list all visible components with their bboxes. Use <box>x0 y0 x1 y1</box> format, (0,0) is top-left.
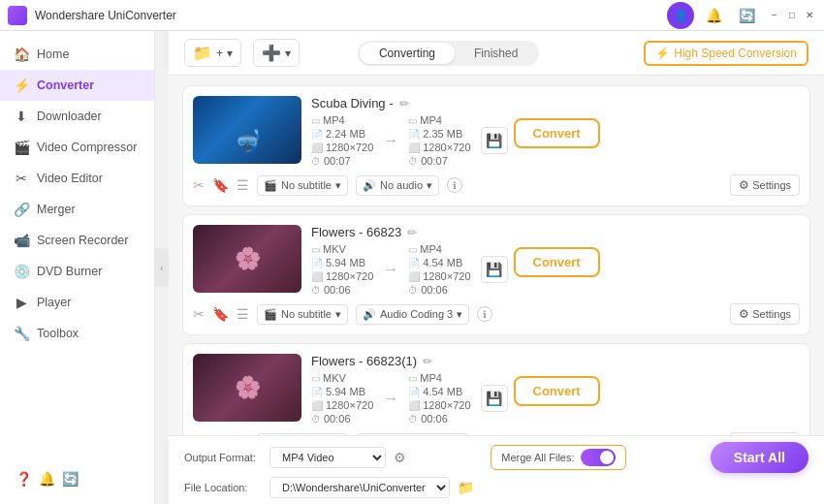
convert-button-2[interactable]: Convert <box>514 247 600 277</box>
edit-icon-3[interactable]: ✏ <box>423 355 432 368</box>
window-controls: − □ ✕ <box>768 9 816 22</box>
app-title: Wondershare UniConverter <box>35 9 667 22</box>
disk-button-1[interactable]: 💾 <box>481 127 508 154</box>
sidebar-label-video-compressor: Video Compressor <box>37 141 137 154</box>
info-icon-2[interactable]: ℹ <box>477 306 492 322</box>
audio-select-1[interactable]: 🔊 No audio ▾ <box>356 175 439 196</box>
tab-converting[interactable]: Converting <box>360 43 455 64</box>
scissors-icon-1[interactable]: ✂ <box>193 177 205 193</box>
subtitle-value-1: No subtitle <box>281 179 332 191</box>
output-format-select[interactable]: MP4 Video <box>269 447 386 468</box>
convert-button-3[interactable]: Convert <box>514 376 600 406</box>
title-bar: Wondershare UniConverter 👤 🔔 🔄 − □ ✕ <box>0 0 824 31</box>
sidebar-item-home[interactable]: 🏠 Home <box>0 39 154 70</box>
top-toolbar: 📁 + ▾ ➕ ▾ Converting Finished ⚡ High Spe… <box>169 31 824 76</box>
gear-icon-1: ⚙ <box>739 178 749 192</box>
merge-toggle[interactable] <box>581 449 616 466</box>
file-title-2: Flowers - 66823 <box>311 225 401 239</box>
input-format-block-2: ▭ MKV 📄 5.94 MB ⬜ 1280×720 <box>311 243 373 296</box>
sidebar-label-merger: Merger <box>37 203 76 216</box>
card-title-row-3: Flowers - 66823(1) ✏ <box>311 354 800 368</box>
scissors-icon-2[interactable]: ✂ <box>193 306 205 322</box>
notification-icon[interactable]: 🔔 <box>37 469 56 488</box>
sidebar-item-video-editor[interactable]: ✂ Video Editor <box>0 163 154 194</box>
sidebar-label-toolbox: Toolbox <box>37 327 79 340</box>
output-format-type-1: ▭ MP4 <box>408 114 470 126</box>
bookmark-icon-2[interactable]: 🔖 <box>212 306 229 322</box>
input-format-block-1: ▭ MP4 📄 2.24 MB ⬜ 1280×720 <box>311 114 373 167</box>
file-location-row: File Location: D:\Wondershare\UniConvert… <box>184 477 808 498</box>
toggle-knob <box>600 451 614 464</box>
add-file-button[interactable]: 📁 + ▾ <box>184 39 241 67</box>
input-size-1: 📄 2.24 MB <box>311 128 373 140</box>
avatar-icon[interactable]: 👤 <box>667 2 694 29</box>
speed-btn-label: High Speed Conversion <box>674 47 797 60</box>
sidebar-item-merger[interactable]: 🔗 Merger <box>0 194 154 225</box>
list-icon-1[interactable]: ☰ <box>237 177 249 193</box>
convert-button-1[interactable]: Convert <box>514 118 600 148</box>
settings-button-1[interactable]: ⚙ Settings <box>730 174 800 196</box>
input-format-type-1: ▭ MP4 <box>311 114 373 126</box>
dvd-burner-icon: 💿 <box>14 264 29 279</box>
refresh-icon[interactable]: 🔄 <box>733 2 760 29</box>
settings-button-2[interactable]: ⚙ Settings <box>730 303 800 325</box>
output-format-block-2: ▭ MP4 📄 4.54 MB ⬜ 1280×720 <box>408 243 470 296</box>
add-item-button[interactable]: ➕ ▾ <box>253 39 300 67</box>
sidebar-label-downloader: Downloader <box>37 110 102 123</box>
file-location-select[interactable]: D:\Wondershare\UniConverter <box>269 477 450 498</box>
card-title-row-1: Scuba Diving - ✏ <box>311 96 800 110</box>
add-icon: ➕ <box>262 44 281 62</box>
format-row-1: ▭ MP4 📄 2.24 MB ⬜ 1280×720 <box>311 114 800 167</box>
bookmark-icon-1[interactable]: 🔖 <box>212 177 229 193</box>
thumbnail-2: 🌸 <box>193 225 301 293</box>
subtitle-select-2[interactable]: 🎬 No subtitle ▾ <box>257 304 348 325</box>
audio-select-2[interactable]: 🔊 Audio Coding 3 ▾ <box>356 304 469 325</box>
add-file-icon: 📁 <box>193 44 212 62</box>
sidebar-item-downloader[interactable]: ⬇ Downloader <box>0 101 154 132</box>
disk-button-3[interactable]: 💾 <box>481 385 508 412</box>
sidebar-label-player: Player <box>37 296 71 309</box>
sidebar-label-converter: Converter <box>37 79 94 92</box>
card-top-2: 🌸 Flowers - 66823 ✏ ▭ MKV <box>193 225 800 296</box>
tab-switch: Converting Finished <box>358 41 539 66</box>
arrow-icon-1: → <box>383 132 398 149</box>
list-icon-2[interactable]: ☰ <box>237 306 249 322</box>
minimize-button[interactable]: − <box>768 9 781 22</box>
info-icon-1[interactable]: ℹ <box>447 177 462 193</box>
app-logo <box>8 6 27 25</box>
help-icon[interactable]: ❓ <box>14 469 33 488</box>
sidebar-bottom: ❓ 🔔 🔄 <box>0 461 154 496</box>
card-meta-2: Flowers - 66823 ✏ ▭ MKV 📄 <box>311 225 800 296</box>
file-title-3: Flowers - 66823(1) <box>311 354 417 368</box>
thumbnail-3: 🌸 <box>193 354 301 422</box>
sidebar-item-dvd-burner[interactable]: 💿 DVD Burner <box>0 256 154 287</box>
merge-label: Merge All Files: <box>501 452 574 463</box>
output-size-1: 📄 2.35 MB <box>408 128 470 140</box>
edit-icon-2[interactable]: ✏ <box>407 226 417 239</box>
screen-recorder-icon: 📹 <box>14 233 29 248</box>
sidebar-collapse-tab[interactable]: ‹ <box>155 248 169 287</box>
sidebar-label-screen-recorder: Screen Recorder <box>37 234 129 247</box>
disk-button-2[interactable]: 💾 <box>481 256 508 283</box>
tab-finished[interactable]: Finished <box>455 43 537 64</box>
sidebar-item-converter[interactable]: ⚡ Converter <box>0 70 154 101</box>
start-all-button[interactable]: Start All <box>711 442 808 473</box>
sidebar-label-video-editor: Video Editor <box>37 172 103 185</box>
sync-icon[interactable]: 🔄 <box>60 469 79 488</box>
sidebar-item-video-compressor[interactable]: 🎬 Video Compressor <box>0 132 154 163</box>
sidebar-item-toolbox[interactable]: 🔧 Toolbox <box>0 318 154 349</box>
edit-icon-1[interactable]: ✏ <box>399 97 409 110</box>
sidebar-item-player[interactable]: ▶ Player <box>0 287 154 318</box>
sidebar-item-screen-recorder[interactable]: 📹 Screen Recorder <box>0 225 154 256</box>
merge-section: Merge All Files: <box>491 445 625 470</box>
close-button[interactable]: ✕ <box>803 9 816 22</box>
bell-icon[interactable]: 🔔 <box>700 2 727 29</box>
output-format-gear-icon[interactable]: ⚙ <box>394 450 406 465</box>
high-speed-button[interactable]: ⚡ High Speed Conversion <box>644 41 808 66</box>
subtitle-select-1[interactable]: 🎬 No subtitle ▾ <box>257 175 348 196</box>
folder-icon[interactable]: 📁 <box>458 480 474 495</box>
maximize-button[interactable]: □ <box>785 9 799 22</box>
output-resolution-1: ⬜ 1280×720 <box>408 142 470 153</box>
lightning-icon: ⚡ <box>655 47 670 60</box>
arrow-icon-2: → <box>383 261 398 278</box>
